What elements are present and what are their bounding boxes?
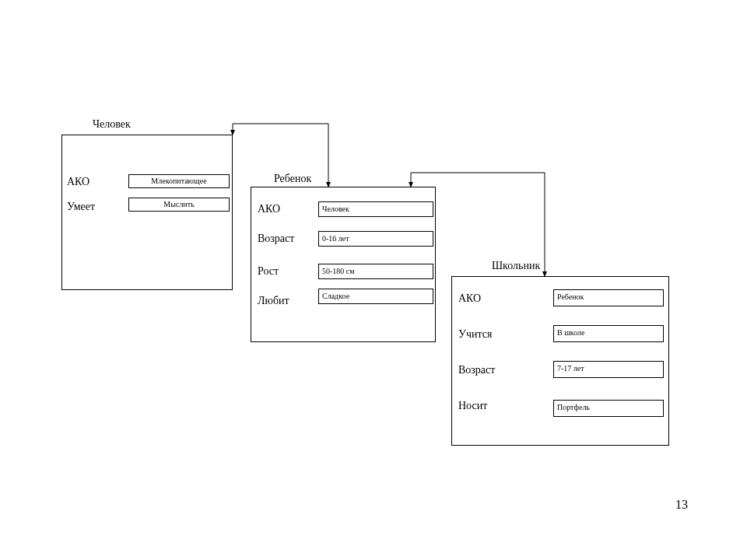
frame-child-row0-label: АКО [258,203,280,215]
frame-child-row2-value: 50-180 см [318,264,433,279]
frame-pupil-row0-value: Ребенок [553,289,664,306]
frame-child-row0-value: Человек [318,201,433,217]
frame-human-row0-label: АКО [67,176,89,188]
frame-pupil-title: Школьник [492,260,540,272]
frame-child-row2-label: Рост [258,265,279,278]
frame-human-row1-value: Мыслить [128,198,230,212]
page-number: 13 [675,498,688,512]
frame-human: АКО Млекопитающее Умеет Мыслить [61,135,233,290]
frame-child-row3-value: Сладкое [318,289,433,304]
frame-child-row1-value: 0-16 лет [318,231,433,247]
frame-pupil: АКО Ребенок Учится В школе Возраст 7-17 … [451,276,669,446]
frame-child-title: Ребенок [274,173,311,185]
frame-pupil-row3-label: Носит [458,400,487,412]
diagram-stage: Человек АКО Млекопитающее Умеет Мыслить … [0,0,747,560]
frame-human-row0-value: Млекопитающее [128,174,230,188]
frame-pupil-row0-label: АКО [458,292,481,305]
frame-human-title: Человек [93,118,131,131]
frame-child-row3-label: Любит [258,295,289,307]
frame-child-row1-label: Возраст [258,233,294,245]
frame-pupil-row1-label: Учится [458,328,492,341]
frame-pupil-row2-value: 7-17 лет [553,361,664,378]
frame-human-row1-label: Умеет [67,201,95,213]
frame-child: АКО Человек Возраст 0-16 лет Рост 50-180… [251,187,436,342]
frame-pupil-row1-value: В школе [553,325,664,342]
frame-pupil-row2-label: Возраст [458,364,495,376]
frame-pupil-row3-value: Портфель [553,400,664,417]
